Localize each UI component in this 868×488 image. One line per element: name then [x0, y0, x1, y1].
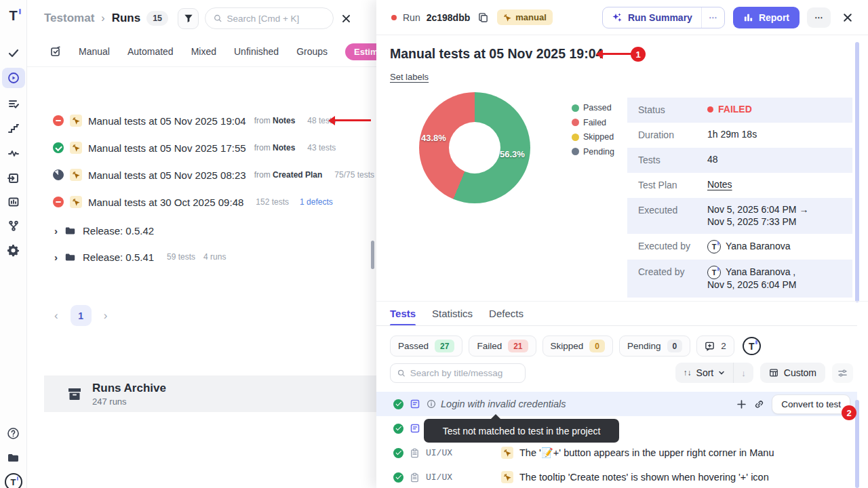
- convert-to-test-button[interactable]: Convert to test: [772, 394, 850, 414]
- annotation-badge-2: 2: [842, 405, 856, 420]
- runs-header: Testomat › Runs 15: [27, 0, 376, 37]
- folder-runs-count: 4 runs: [203, 252, 226, 262]
- run-detail-panel: Run 2c198dbb manual Run Summary ⋯ Report…: [376, 0, 868, 488]
- runs-search-input[interactable]: [226, 14, 325, 24]
- chevron-right-icon[interactable]: ›: [54, 225, 58, 237]
- run-tests-count: 152 tests: [256, 197, 289, 207]
- tab-mixed[interactable]: Mixed: [191, 46, 216, 57]
- run-defects-link[interactable]: 1 defects: [300, 197, 333, 207]
- runs-search[interactable]: [205, 7, 334, 29]
- chip-failed[interactable]: Failed21: [469, 336, 536, 357]
- report-label: Report: [759, 12, 789, 23]
- branches-icon[interactable]: [5, 217, 22, 235]
- chip-skipped[interactable]: Skipped0: [542, 336, 613, 357]
- search-icon: [214, 14, 222, 23]
- app-rail: T T: [0, 0, 27, 488]
- annotation-arrow-1: [598, 53, 631, 55]
- add-icon[interactable]: [736, 399, 747, 409]
- manual-run-icon: [70, 142, 82, 154]
- clipboard-icon: [410, 448, 420, 458]
- user-avatar[interactable]: T: [5, 473, 22, 488]
- settings-gear-icon[interactable]: [5, 241, 22, 259]
- select-runs-icon[interactable]: [50, 46, 61, 57]
- annotation-badge-1: 1: [631, 47, 646, 62]
- run-summary-button[interactable]: Run Summary: [603, 7, 701, 28]
- tab-defects[interactable]: Defects: [489, 308, 524, 326]
- manual-type-badge: manual: [497, 9, 553, 25]
- chip-passed[interactable]: Passed27: [390, 336, 462, 357]
- breadcrumb-separator: ›: [100, 12, 105, 24]
- test-row[interactable]: UI/UX The '📝+' button appears in the upp…: [376, 441, 857, 465]
- release-folder-row[interactable]: › Release: 0.5.41 59 tests 4 runs: [27, 244, 376, 270]
- filter-button[interactable]: [178, 8, 199, 29]
- set-labels-link[interactable]: Set labels: [390, 72, 429, 82]
- breadcrumb-app[interactable]: Testomat: [44, 12, 94, 25]
- run-row[interactable]: Manual tests at 05 Nov 2025 17:55 from N…: [27, 134, 376, 161]
- assignee-avatar[interactable]: T: [743, 337, 761, 355]
- tests-value: 48: [707, 154, 718, 166]
- docs-folder-icon[interactable]: [5, 449, 22, 466]
- detail-scrollbar-top[interactable]: [855, 42, 859, 302]
- page-1-button[interactable]: 1: [71, 305, 92, 326]
- tab-tests[interactable]: Tests: [390, 308, 416, 326]
- runs-nav-icon[interactable]: [2, 68, 25, 88]
- copy-icon[interactable]: [478, 12, 488, 22]
- annotation-arrow-left: [330, 119, 371, 121]
- custom-columns-button[interactable]: Custom: [760, 363, 825, 383]
- help-icon[interactable]: [5, 424, 22, 442]
- created-by-label: Created by: [638, 266, 707, 279]
- list-scrollbar[interactable]: [371, 241, 374, 269]
- reports-icon[interactable]: [5, 193, 22, 211]
- close-panel-icon[interactable]: [842, 12, 853, 23]
- tests-search-input[interactable]: [410, 368, 518, 378]
- report-button[interactable]: Report: [733, 7, 800, 28]
- tab-unfinished[interactable]: Unfinished: [234, 46, 279, 57]
- tests-search[interactable]: [390, 363, 526, 383]
- test-row[interactable]: Login with invalid credentials Convert t…: [376, 392, 857, 416]
- test-plan-label: Test Plan: [638, 179, 707, 192]
- clear-search-icon[interactable]: [341, 14, 351, 24]
- run-title-heading: Manual tests at 05 Nov 2025 19:04: [390, 46, 603, 62]
- tab-automated[interactable]: Automated: [127, 46, 174, 57]
- sort-button[interactable]: ↑↓Sort: [675, 363, 734, 383]
- test-row[interactable]: UI/UX The tooltip 'Create notes' is show…: [376, 465, 857, 488]
- tests-label: Tests: [638, 154, 707, 167]
- tooltip: Test not matched to test in the project: [424, 419, 619, 443]
- detail-tabs: Tests Statistics Defects: [390, 308, 524, 326]
- run-detail-header: Run 2c198dbb manual Run Summary ⋯ Report…: [376, 0, 868, 35]
- sort-control: ↑↓Sort ↓: [675, 363, 753, 383]
- tab-groups[interactable]: Groups: [296, 46, 328, 57]
- run-from-value: Notes: [273, 143, 295, 152]
- tab-manual[interactable]: Manual: [79, 46, 110, 57]
- test-plans-icon[interactable]: [5, 95, 22, 113]
- bar-chart-icon: [743, 12, 753, 22]
- created-by-date: Nov 5, 2025 6:04 PM: [707, 279, 797, 290]
- test-plan-link[interactable]: Notes: [707, 179, 732, 191]
- pending-count-badge: 0: [667, 340, 683, 352]
- pulse-icon[interactable]: [5, 144, 22, 162]
- app-logo[interactable]: T: [5, 7, 22, 24]
- tasks-icon[interactable]: [5, 44, 22, 62]
- import-icon[interactable]: [5, 169, 22, 187]
- view-settings-icon[interactable]: [832, 363, 853, 383]
- tab-statistics[interactable]: Statistics: [432, 308, 473, 326]
- release-folder-row[interactable]: › Release: 0.5.42: [27, 218, 376, 243]
- run-from-value: Created Plan: [273, 170, 322, 180]
- passed-check-icon: [393, 472, 403, 483]
- pagination: ‹ 1 ›: [54, 305, 107, 326]
- steps-icon[interactable]: [5, 120, 22, 138]
- run-row[interactable]: Manual tests at 05 Nov 2025 08:23 from C…: [27, 161, 376, 188]
- chevron-right-icon[interactable]: ›: [54, 251, 58, 263]
- chip-comments[interactable]: 2: [696, 336, 734, 357]
- sort-direction-button[interactable]: ↓: [733, 363, 753, 383]
- prev-page-button[interactable]: ‹: [54, 309, 58, 323]
- run-summary-more-button[interactable]: ⋯: [701, 7, 724, 28]
- chart-legend: Passed Failed Skipped Pending: [572, 103, 614, 157]
- link-icon[interactable]: [754, 399, 764, 409]
- run-row[interactable]: Manual tests at 30 Oct 2025 09:48 152 te…: [27, 188, 376, 216]
- test-title: The '📝+' button appears in the upper rig…: [519, 447, 774, 459]
- more-actions-button[interactable]: ⋯: [807, 7, 831, 28]
- runs-archive-row[interactable]: Runs Archive 247 runs: [44, 375, 376, 412]
- next-page-button[interactable]: ›: [104, 309, 108, 323]
- chip-pending[interactable]: Pending0: [619, 336, 690, 357]
